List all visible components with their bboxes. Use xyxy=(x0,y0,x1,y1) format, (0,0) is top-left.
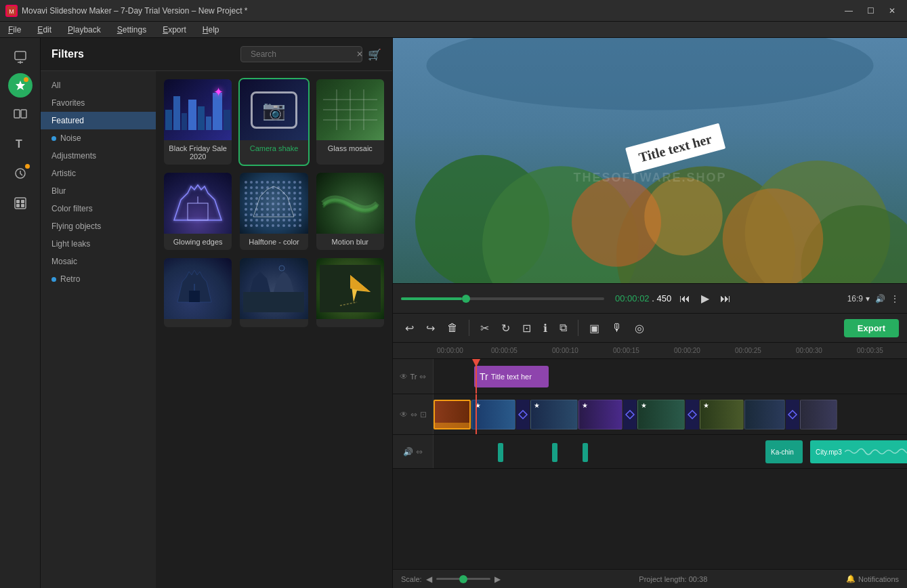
scale-control: Scale: ◀ ▶ xyxy=(401,574,501,584)
ruler-mark-30: 00:00:30 xyxy=(796,347,822,354)
sidebar-text[interactable]: T xyxy=(7,130,34,157)
search-box[interactable]: ✕ xyxy=(240,46,362,62)
clip-transition-1[interactable] xyxy=(516,400,530,429)
filter-card-row3b[interactable] xyxy=(240,258,308,327)
redo-button[interactable]: ↪ xyxy=(422,319,439,337)
filter-card-camera-shake[interactable]: 📷 Camera shake xyxy=(240,79,308,165)
cat-flying-objects[interactable]: Flying objects xyxy=(41,217,156,235)
clip-transition-2[interactable] xyxy=(623,400,637,429)
overlay-button[interactable]: ▣ xyxy=(585,319,604,337)
audio-track-link-icon[interactable]: ⇔ xyxy=(416,447,423,457)
jump-to-end-button[interactable]: ⏭ xyxy=(717,290,734,308)
cat-retro[interactable]: Retro xyxy=(41,270,156,288)
menu-file[interactable]: File xyxy=(5,24,24,36)
menu-settings[interactable]: Settings xyxy=(114,24,149,36)
filter-card-glowing-edges[interactable]: Glowing edges xyxy=(164,173,232,250)
video-clip-5[interactable]: ★ xyxy=(637,400,685,429)
video-clip-7[interactable] xyxy=(744,400,785,429)
menu-edit[interactable]: Edit xyxy=(35,24,54,36)
delete-button[interactable]: 🗑 xyxy=(443,319,462,337)
menu-help[interactable]: Help xyxy=(200,24,222,36)
stabilize-button[interactable]: ◎ xyxy=(631,319,648,337)
project-length-label: Project length: xyxy=(639,575,686,583)
filter-label-black-friday: Black Friday Sale 2020 xyxy=(164,140,232,165)
close-button[interactable]: ✕ xyxy=(883,4,902,18)
maximize-button[interactable]: ☐ xyxy=(861,4,880,18)
sidebar-filters[interactable] xyxy=(7,190,34,217)
cat-favorites[interactable]: Favorites xyxy=(41,94,156,112)
title-track-label: Tr xyxy=(410,373,417,381)
audio-clip-city[interactable]: City.mp3 xyxy=(810,440,907,463)
video-clip-4[interactable]: ★ xyxy=(578,400,623,429)
cart-icon[interactable]: 🛒 xyxy=(368,48,381,61)
undo-button[interactable]: ↩ xyxy=(401,319,418,337)
cat-adjustments[interactable]: Adjustments xyxy=(41,147,156,165)
cut-button[interactable]: ✂ xyxy=(476,319,493,337)
sidebar-effects[interactable] xyxy=(7,160,34,187)
video-clip-2[interactable]: ★ xyxy=(471,400,515,429)
rotate-button[interactable]: ↻ xyxy=(497,319,514,337)
clear-search-icon[interactable]: ✕ xyxy=(356,49,363,59)
volume-icon[interactable]: 🔊 xyxy=(875,294,885,303)
row3b-preview xyxy=(243,265,304,312)
video-clip-6[interactable]: ★ xyxy=(700,400,744,429)
scale-increase-button[interactable]: ▶ xyxy=(494,574,501,584)
video-track-visible-icon[interactable]: 👁 xyxy=(400,410,408,419)
minimize-button[interactable]: — xyxy=(839,4,858,18)
menu-playback[interactable]: Playback xyxy=(65,24,104,36)
notifications-button[interactable]: 🔔 Notifications xyxy=(846,574,899,583)
export-button[interactable]: Export xyxy=(844,319,899,337)
sidebar-transitions[interactable] xyxy=(7,100,34,127)
video-track-collapse-icon[interactable]: ⊡ xyxy=(420,410,427,419)
svg-point-30 xyxy=(279,266,284,271)
cat-noise[interactable]: Noise xyxy=(41,129,156,147)
filter-thumb-halftone-color xyxy=(240,173,308,234)
audio-track-mute-icon[interactable]: 🔊 xyxy=(403,447,413,457)
cat-blur[interactable]: Blur xyxy=(41,182,156,200)
svg-rect-13 xyxy=(16,204,20,207)
title-track-visible-icon[interactable]: 👁 xyxy=(400,372,408,381)
title-track-link-icon[interactable]: ⇔ xyxy=(419,372,426,381)
sidebar-magic-button[interactable] xyxy=(8,73,33,98)
search-input[interactable] xyxy=(251,49,352,59)
video-clip-1[interactable] xyxy=(434,400,471,429)
title-clip[interactable]: Tr Title text her xyxy=(474,366,549,387)
properties-button[interactable]: ℹ xyxy=(539,319,551,337)
filter-card-glass-mosaic[interactable]: Glass mosaic xyxy=(316,79,384,165)
clip-transition-3[interactable] xyxy=(685,400,699,429)
audio-button[interactable]: 🎙 xyxy=(608,319,627,337)
video-clip-8[interactable] xyxy=(800,400,837,429)
cat-artistic[interactable]: Artistic xyxy=(41,165,156,182)
more-options-icon[interactable]: ⋮ xyxy=(891,294,899,303)
menu-export[interactable]: Export xyxy=(160,24,189,36)
filter-card-motion-blur[interactable]: Motion blur xyxy=(316,173,384,250)
filters-search-area: ✕ 🛒 xyxy=(240,46,381,62)
cat-all[interactable]: All xyxy=(41,77,156,94)
filter-card-row3c[interactable] xyxy=(316,258,384,327)
timeline-toolbar: ↩ ↪ 🗑 ✂ ↻ ⊡ ℹ ⧉ ▣ 🎙 ◎ Export xyxy=(393,313,907,343)
video-track-lock-icon[interactable]: ⇔ xyxy=(410,410,417,419)
crop-button[interactable]: ⊡ xyxy=(518,319,535,337)
audio-clip-city-label: City.mp3 xyxy=(816,448,842,456)
cat-color-filters[interactable]: Color filters xyxy=(41,200,156,217)
play-button[interactable]: ▶ xyxy=(698,289,712,308)
jump-to-start-button[interactable]: ⏮ xyxy=(677,290,693,308)
progress-bar[interactable] xyxy=(401,297,604,300)
ratio-selector[interactable]: 16:9 ▾ xyxy=(847,294,870,303)
video-clip-3[interactable]: ★ xyxy=(530,400,578,429)
filter-card-row3a[interactable] xyxy=(164,258,232,327)
audio-clip-kachin[interactable]: Ka-chin xyxy=(765,440,803,463)
cat-featured[interactable]: Featured xyxy=(41,112,156,129)
filter-card-halftone-color[interactable]: Halftone - color xyxy=(240,173,308,250)
scale-slider[interactable] xyxy=(436,578,490,580)
cat-mosaic[interactable]: Mosaic xyxy=(41,253,156,270)
title-track-controls: 👁 Tr ⇔ xyxy=(393,359,434,394)
scale-decrease-button[interactable]: ◀ xyxy=(426,574,432,584)
adjustments-button[interactable]: ⧉ xyxy=(555,319,571,337)
clip-transition-4[interactable] xyxy=(786,400,799,429)
cat-light-leaks[interactable]: Light leaks xyxy=(41,235,156,253)
progress-thumb[interactable] xyxy=(462,295,470,303)
filter-card-black-friday[interactable]: ✦ Black Friday Sale 2020 xyxy=(164,79,232,165)
svg-rect-14 xyxy=(21,204,24,207)
sidebar-add-media[interactable] xyxy=(7,43,34,70)
